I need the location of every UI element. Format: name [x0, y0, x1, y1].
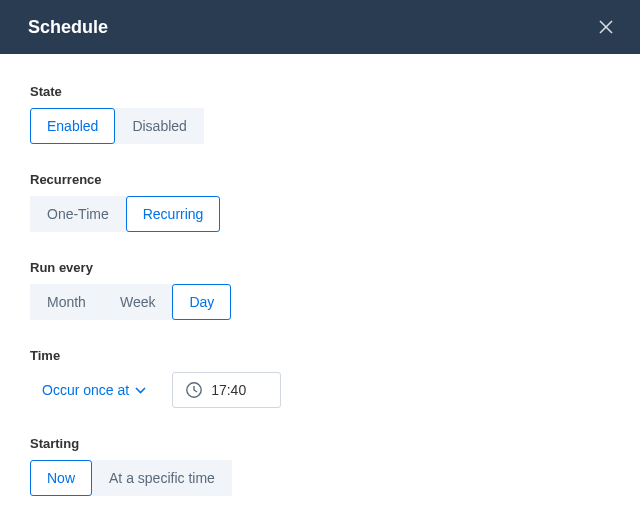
state-label: State — [30, 84, 610, 99]
runevery-day-button[interactable]: Day — [172, 284, 231, 320]
starting-label: Starting — [30, 436, 610, 451]
runevery-week-button[interactable]: Week — [103, 284, 173, 320]
chevron-down-icon — [135, 387, 146, 394]
runevery-section: Run every Month Week Day — [30, 260, 610, 320]
recurrence-toggle-group: One-Time Recurring — [30, 196, 610, 232]
starting-toggle-group: Now At a specific time — [30, 460, 610, 496]
clock-icon — [185, 381, 203, 399]
dialog-title: Schedule — [28, 17, 108, 38]
time-row: Occur once at 17:40 — [30, 372, 610, 408]
time-input[interactable]: 17:40 — [172, 372, 281, 408]
time-value: 17:40 — [211, 382, 246, 398]
starting-now-button[interactable]: Now — [30, 460, 92, 496]
dialog-content: State Enabled Disabled Recurrence One-Ti… — [0, 54, 640, 496]
close-button[interactable] — [592, 13, 620, 41]
recurrence-section: Recurrence One-Time Recurring — [30, 172, 610, 232]
state-disabled-button[interactable]: Disabled — [115, 108, 203, 144]
time-occurrence-label: Occur once at — [42, 382, 129, 398]
time-occurrence-dropdown[interactable]: Occur once at — [30, 373, 158, 407]
state-section: State Enabled Disabled — [30, 84, 610, 144]
recurrence-onetime-button[interactable]: One-Time — [30, 196, 126, 232]
state-enabled-button[interactable]: Enabled — [30, 108, 115, 144]
time-label: Time — [30, 348, 610, 363]
runevery-toggle-group: Month Week Day — [30, 284, 610, 320]
starting-specific-button[interactable]: At a specific time — [92, 460, 232, 496]
runevery-label: Run every — [30, 260, 610, 275]
recurrence-recurring-button[interactable]: Recurring — [126, 196, 221, 232]
time-section: Time Occur once at 17:40 — [30, 348, 610, 408]
dialog-header: Schedule — [0, 0, 640, 54]
runevery-month-button[interactable]: Month — [30, 284, 103, 320]
recurrence-label: Recurrence — [30, 172, 610, 187]
close-icon — [598, 19, 614, 35]
starting-section: Starting Now At a specific time — [30, 436, 610, 496]
state-toggle-group: Enabled Disabled — [30, 108, 610, 144]
